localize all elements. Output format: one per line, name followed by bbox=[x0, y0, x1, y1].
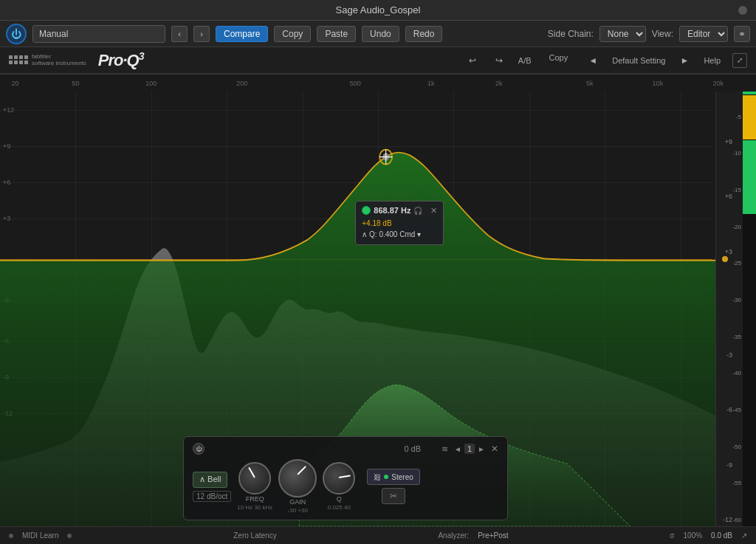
latency-label: Zero Latency bbox=[233, 531, 276, 540]
band-panel-middle: ∧ Bell 12 dB/oct FREQ 10 Hz 30 kHz bbox=[193, 459, 498, 514]
abs-db-m20: -20 bbox=[729, 224, 741, 230]
header-arrow-right-icon[interactable]: ► bbox=[677, 53, 692, 68]
band-panel-top: ⏻ 0 dB ≋ ◄ 1 ► ✕ bbox=[193, 443, 498, 455]
freq-tick-500: 500 bbox=[350, 80, 361, 87]
output-sigma-icon: σ bbox=[670, 531, 674, 540]
expand-button[interactable]: ⤢ bbox=[732, 53, 747, 68]
freq-range-label: 10 Hz 30 kHz bbox=[237, 504, 272, 511]
sidechain-select[interactable]: None bbox=[599, 26, 646, 42]
tooltip-q-value: Q: 0.400 bbox=[369, 230, 397, 238]
band-0db-label: 0 dB bbox=[404, 444, 421, 453]
vu-meter bbox=[743, 74, 756, 526]
band-power-button[interactable]: ⏻ bbox=[193, 443, 205, 455]
freq-tick-2k: 2k bbox=[495, 80, 503, 87]
tooltip-header: 868.87 Hz 🎧 ✕ bbox=[362, 206, 437, 216]
expand-icon: ⤢ bbox=[737, 56, 743, 64]
freq-tick-20k: 20k bbox=[713, 80, 724, 87]
abs-db-m60: -60 bbox=[729, 517, 741, 523]
freq-knob[interactable] bbox=[238, 462, 271, 495]
preset-dropdown[interactable]: Manual bbox=[32, 25, 165, 43]
compare-button[interactable]: Compare bbox=[216, 26, 268, 42]
band-panel: ⏻ 0 dB ≋ ◄ 1 ► ✕ ∧ Bell 12 dB/oct bbox=[183, 436, 508, 520]
paste-button[interactable]: Paste bbox=[317, 26, 356, 42]
gain-knob-container: GAIN -30 +30 bbox=[278, 459, 317, 514]
power-icon: ⏻ bbox=[11, 28, 21, 40]
q-knob-container: Q 0.025 40 bbox=[323, 462, 355, 511]
tooltip-q-row: ∧ Q: 0.400 Cmd ▾ bbox=[362, 229, 437, 240]
header-copy-button[interactable]: Copy bbox=[543, 53, 574, 68]
status-bar: MIDI Learn Zero Latency Analyzer: Pre+Po… bbox=[0, 526, 756, 544]
zoom-label: 100% bbox=[684, 531, 703, 540]
freq-knob-container: FREQ 10 Hz 30 kHz bbox=[237, 462, 272, 511]
close-button[interactable] bbox=[738, 6, 747, 15]
freq-tick-200: 200 bbox=[236, 80, 247, 87]
abs-db-m35: -35 bbox=[729, 334, 741, 340]
link-button[interactable]: ⚭ bbox=[734, 26, 750, 42]
tooltip-gain-row: +4.18 dB bbox=[362, 218, 437, 229]
tooltip-headphones-icon[interactable]: 🎧 bbox=[413, 207, 422, 215]
power-button[interactable]: ⏻ bbox=[6, 24, 27, 44]
q-knob[interactable] bbox=[323, 462, 355, 495]
view-label: View: bbox=[652, 29, 673, 39]
midi-learn-label[interactable]: MIDI Learn bbox=[22, 531, 58, 540]
nav-forward-button[interactable]: › bbox=[193, 26, 210, 42]
band-nav-left[interactable]: ◄ bbox=[454, 445, 461, 453]
ab-label[interactable]: A/B bbox=[518, 56, 532, 65]
band-order-label: 12 dB/oct bbox=[193, 491, 231, 502]
stereo-button[interactable]: ⛓ Stereo bbox=[367, 469, 419, 485]
status-dot bbox=[9, 534, 13, 538]
gain-knob[interactable] bbox=[278, 459, 317, 497]
header-arrow-left-icon[interactable]: ◄ bbox=[585, 53, 600, 68]
status-dot-2 bbox=[67, 534, 72, 538]
undo-icon-button[interactable]: ↩ bbox=[465, 53, 480, 68]
vu-yellow-1 bbox=[743, 95, 756, 140]
product-logo: Pro·Q3 bbox=[98, 50, 144, 70]
vu-empty bbox=[743, 215, 756, 526]
tooltip-frequency: 868.87 Hz bbox=[374, 206, 410, 215]
tooltip-power-button[interactable] bbox=[362, 206, 371, 215]
default-setting-label[interactable]: Default Setting bbox=[612, 56, 665, 65]
tooltip-cmd-label: Cmd bbox=[399, 230, 415, 238]
abs-db-m15: -15 bbox=[729, 187, 741, 193]
abs-db-m5: -5 bbox=[729, 114, 741, 120]
gain-range-label: -30 +30 bbox=[288, 507, 308, 514]
title-bar: Sage Audio_Gospel bbox=[0, 0, 756, 21]
band-close-button[interactable]: ✕ bbox=[491, 444, 498, 454]
view-select[interactable]: Editor bbox=[679, 26, 728, 42]
eq-display[interactable]: +12 +9 +6 +3 -3 -6 -9 -12 bbox=[0, 74, 756, 526]
fabfilter-logo: fabfilter software instruments bbox=[9, 54, 86, 67]
nav-back-button[interactable]: ‹ bbox=[171, 26, 188, 42]
copy-button[interactable]: Copy bbox=[274, 26, 311, 42]
sidechain-label: Side Chain: bbox=[548, 29, 594, 39]
undo-button[interactable]: Undo bbox=[362, 26, 399, 42]
gain-value: 0.0 dB bbox=[711, 531, 732, 540]
q-knob-label: Q bbox=[337, 496, 342, 503]
tooltip-arrow-icon[interactable]: ▾ bbox=[417, 230, 421, 238]
redo-button[interactable]: Redo bbox=[405, 26, 443, 42]
abs-db-scale: -2.7 -5 -10 -15 -20 -25 -30 -35 -40 -45 … bbox=[729, 74, 741, 526]
tooltip-close-button[interactable]: ✕ bbox=[430, 206, 437, 216]
stereo-section: ⛓ Stereo ✂ bbox=[367, 469, 419, 504]
redo-icon-button[interactable]: ↪ bbox=[492, 53, 506, 68]
analyzer-value[interactable]: Pre+Post bbox=[478, 531, 508, 540]
abs-db-m30: -30 bbox=[729, 297, 741, 303]
abs-db-m50: -50 bbox=[729, 444, 741, 450]
freq-axis: 20 50 100 200 500 1k 2k 5k 10k 20k bbox=[0, 74, 756, 92]
stereo-dot bbox=[384, 475, 388, 479]
logo-text: fabfilter software instruments bbox=[32, 54, 86, 67]
band-type-bell-button[interactable]: ∧ Bell bbox=[193, 472, 227, 488]
plugin-header: fabfilter software instruments Pro·Q3 ↩ … bbox=[0, 47, 756, 74]
scissors-button[interactable]: ✂ bbox=[382, 488, 405, 504]
output-level-dot bbox=[722, 256, 728, 262]
band-number: 1 bbox=[464, 444, 475, 454]
freq-tick-100: 100 bbox=[145, 80, 157, 87]
window-title: Sage Audio_Gospel bbox=[336, 4, 421, 16]
q-range-label: 0.025 40 bbox=[328, 504, 351, 511]
abs-db-m55: -55 bbox=[729, 480, 741, 486]
logo-dots bbox=[9, 55, 29, 65]
band-navigation: ◄ 1 ► bbox=[454, 444, 485, 454]
help-button[interactable]: Help bbox=[704, 56, 721, 65]
stereo-label: Stereo bbox=[391, 473, 413, 481]
band-nav-right[interactable]: ► bbox=[478, 445, 485, 453]
freq-tick-1k: 1k bbox=[427, 80, 435, 87]
